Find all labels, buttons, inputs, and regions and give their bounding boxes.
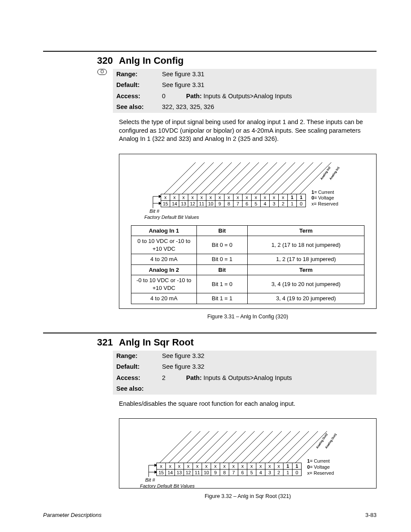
label-seealso: See also: [113,102,159,113]
value-access: 0 [159,91,183,102]
info-block-320: O Range: See figure 3.31 Default: See fi… [43,69,377,113]
cfg-header-a0: Analog In 1 [131,225,196,236]
svg-line-27 [214,431,246,463]
table-row: 4 to 20 mA Bit 1 = 1 3, 4 (19 to 20 jump… [131,293,364,304]
info-table: Range: See figure 3.32 Default: See figu… [113,351,377,395]
body-text: Enables/disables the square root functio… [119,400,377,408]
value-seealso: 322, 323, 325, 326 [159,102,377,113]
table-row: 4 to 20 mA Bit 0 = 1 1, 2 (17 to 18 jump… [131,254,364,265]
param-heading-320: 320 Anlg In Config [43,54,377,67]
svg-line-32 [259,431,291,463]
section-rule [43,333,377,333]
param-title: Anlg In Sqr Root [119,336,377,349]
value-seealso [159,383,377,395]
section-rule [43,51,377,52]
page: 320 Anlg In Config O Range: See figure 3… [0,0,411,532]
info-block-321: Range: See figure 3.32 Default: See figu… [43,351,377,395]
svg-line-11 [264,162,295,194]
factory-default-label: Factory Default Bit Values [140,483,195,489]
svg-line-12 [273,162,304,194]
badge-area-empty [43,351,113,395]
svg-line-24 [187,431,218,463]
figure-box-332: Analog Out2 Analog Out1 x x x x x x x x … [119,418,377,488]
bit-table: x x x x x x x x x x x x x x 1 [161,194,306,207]
legend-1-text: = Current [314,190,334,195]
table-row: 0 to 10 VDC or -10 to +10 VDC Bit 0 = 0 … [131,236,364,254]
value-default: See figure 3.32 [159,361,377,373]
factory-default-label: Factory Default Bit Values [144,214,199,221]
legend-x-text: = Reserved [314,201,339,206]
value-access: 2 [159,373,183,384]
legend-1-text: = Current [310,458,330,464]
bit-value-row: x x x x x x x x x x x x x x 1 [161,194,306,200]
path-value: Inputs & Outputs>Analog Inputs [203,93,292,100]
figure-caption-332: Figure 3.32 – Anlg in Sqr Root (321) [119,493,377,500]
label-default: Default: [113,361,159,373]
bit-value-row: x x x x x x x x x x x x x x 1 [157,463,302,470]
param-number: 321 [43,336,119,349]
content-320: Selects the type of input signal being u… [119,118,377,320]
svg-line-7 [227,162,259,194]
svg-line-6 [218,162,250,194]
bit-legend: 1= Current 0= Voltage x= Reserved [307,458,334,476]
page-footer: Parameter Descriptions 3-83 [43,511,377,519]
legend-0-text: = Voltage [310,464,330,470]
legend-x-text: = Reserved [310,470,334,476]
svg-line-1 [173,162,205,194]
footer-left: Parameter Descriptions [43,511,102,519]
label-access: Access: [113,373,159,384]
label-default: Default: [113,80,159,91]
table-row: -0 to 10 VDC or -10 to +10 VDC Bit 1 = 0… [131,275,364,293]
cfg-header-a2: Term [248,225,364,236]
bit-number-row: 15 14 13 12 11 10 9 8 7 6 5 4 3 2 [157,470,302,476]
svg-line-3 [191,162,223,194]
label-range: Range: [113,69,159,80]
label-range: Range: [113,351,159,362]
bit-legend: 1= Current 0= Voltage x= Reserved [311,190,338,207]
value-range: See figure 3.31 [159,69,377,80]
path-label: Path: [186,93,202,100]
param-title: Anlg In Config [119,54,377,67]
svg-line-22 [169,431,200,463]
cfg-header-b0: Analog In 2 [131,264,196,275]
cfg-header-b2: Term [248,264,364,275]
path-value: Inputs & Outputs>Analog Inputs [203,374,292,381]
svg-line-4 [200,162,232,194]
badge-o-icon: O [97,69,107,75]
svg-line-8 [237,162,268,194]
svg-line-30 [241,431,273,463]
body-text: Selects the type of input signal being u… [119,118,377,143]
svg-line-23 [178,431,209,463]
svg-line-5 [209,162,241,194]
value-default: See figure 3.31 [159,80,377,91]
bit-diagram-lines [144,424,351,486]
value-path: Path: Inputs & Outputs>Analog Inputs [183,373,377,384]
path-label: Path: [186,374,202,381]
bit-diagram-lines [144,159,351,218]
cfg-header-a1: Bit [196,225,248,236]
svg-line-34 [277,431,309,463]
svg-line-10 [255,162,286,194]
label-access: Access: [113,91,159,102]
bit-diagram: Analog Out2 Analog Out1 x x x x x x x x … [144,424,351,486]
svg-line-25 [196,431,227,463]
legend-0-text: = Voltage [314,195,334,200]
svg-line-31 [250,431,282,463]
svg-line-13 [282,162,313,194]
footer-right: 3-83 [365,511,377,519]
value-range: See figure 3.32 [159,351,377,362]
svg-line-33 [268,431,300,463]
content-321: Enables/disables the square root functio… [119,400,377,500]
svg-line-21 [160,431,191,463]
figure-box-331: Analog In2 Analog In1 x x x x x x x x x … [119,154,377,309]
bit-number-row: 15 14 13 12 11 10 9 8 7 6 5 4 3 2 [161,200,306,207]
svg-line-28 [223,431,255,463]
svg-line-0 [164,162,196,194]
param-heading-321: 321 Anlg In Sqr Root [43,336,377,349]
svg-line-26 [205,431,237,463]
svg-line-9 [246,162,277,194]
cfg-header-b1: Bit [196,264,248,275]
svg-line-2 [182,162,214,194]
info-table: Range: See figure 3.31 Default: See figu… [113,69,377,113]
param-number: 320 [43,54,119,67]
